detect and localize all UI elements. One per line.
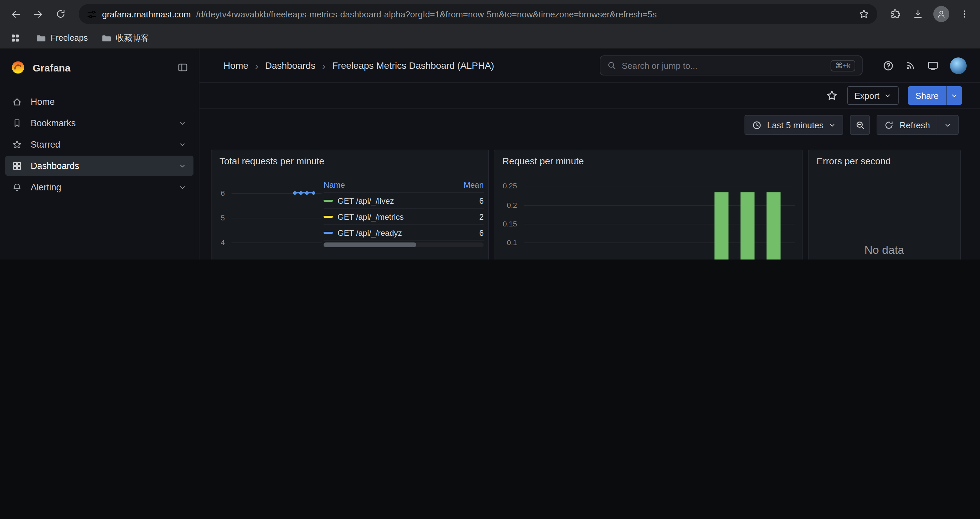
y-tick-label: 0.2 (507, 201, 517, 209)
caret-down-icon[interactable] (944, 121, 951, 129)
breadcrumb-home[interactable]: Home (223, 60, 248, 71)
bar-chart: 0.250.20.150.10.050 17:37:0017:38:0017:3… (494, 150, 802, 260)
chevron-down-icon (178, 161, 187, 170)
y-tick-label: 0.05 (503, 257, 517, 260)
browser-menu-button[interactable] (955, 4, 975, 24)
breadcrumb-separator: › (255, 60, 259, 71)
legend-row[interactable]: GET /api/_/metrics2 (323, 209, 484, 225)
grafana-main: Home › Dashboards › Freeleaps Metrics Da… (199, 49, 980, 260)
y-tick-label: 0.15 (503, 220, 517, 228)
search-icon (607, 61, 616, 70)
legend-scrollbar[interactable] (323, 243, 484, 247)
legend-header: NameMean (323, 177, 484, 193)
url-path: /d/deytv4rwavabkb/freeleaps-metrics-dash… (196, 9, 853, 19)
bookmark-star-icon[interactable] (859, 9, 869, 19)
browser-profile-button[interactable] (933, 6, 949, 22)
series-color-dash (323, 232, 333, 234)
bookmark-folder-freeleaps[interactable]: Freeleaps (36, 33, 88, 43)
breadcrumb-current: Freeleaps Metrics Dashboard (ALPHA) (332, 60, 494, 71)
search-shortcut-kbd: ⌘+k (830, 60, 855, 71)
zoom-out-button[interactable] (850, 115, 870, 135)
panel-title[interactable]: Errors per second (816, 156, 891, 166)
divider (937, 115, 937, 134)
reload-button[interactable] (51, 4, 71, 24)
extensions-button[interactable] (885, 4, 905, 24)
grafana-header: Home › Dashboards › Freeleaps Metrics Da… (199, 49, 980, 83)
bookmark-icon (12, 118, 22, 128)
apps-grid-button[interactable] (8, 31, 23, 45)
plot-area (231, 182, 321, 260)
bell-icon (12, 182, 22, 192)
y-axis: 0.250.20.150.10.050 (497, 185, 521, 260)
header-icons (883, 49, 967, 82)
monitor-icon[interactable] (927, 60, 939, 71)
gridline (524, 186, 795, 186)
screen: grafana.mathmast.com/d/deytv4rwavabkb/fr… (0, 0, 980, 260)
no-data-message: No data (808, 244, 960, 257)
legend-table[interactable]: NameMeanGET /api/_/livez6GET /api/_/metr… (323, 177, 484, 241)
back-button[interactable] (5, 4, 25, 24)
sidebar-item-label: Alerting (31, 182, 61, 192)
folder-icon (101, 33, 111, 43)
share-label: Share (908, 86, 946, 105)
sidebar-item-bookmarks[interactable]: Bookmarks (5, 113, 194, 133)
grafana-logo (11, 60, 25, 75)
time-range-picker[interactable]: Last 5 minutes (745, 115, 843, 135)
bookmark-folder-blogs[interactable]: 收藏博客 (101, 32, 149, 44)
rss-icon[interactable] (905, 60, 916, 71)
search-input[interactable]: Search or jump to... ⌘+k (600, 56, 862, 75)
sidebar-item-starred[interactable]: Starred (5, 134, 194, 154)
caret-down-icon (884, 92, 892, 99)
caret-down-icon (829, 121, 836, 129)
home-icon (12, 96, 22, 107)
sidebar-collapse-button[interactable] (177, 62, 188, 73)
legend-row[interactable]: GET /api/_/livez6 (323, 193, 484, 209)
sidebar-item-label: Bookmarks (31, 118, 76, 128)
share-caret-button[interactable] (947, 86, 962, 105)
series-color-dash (323, 216, 333, 218)
caret-down-icon (951, 92, 958, 99)
site-settings-icon[interactable] (87, 9, 97, 19)
time-range-label: Last 5 minutes (767, 120, 824, 130)
person-icon (937, 10, 946, 19)
data-point (299, 191, 302, 194)
sidebar-item-dashboards[interactable]: Dashboards (5, 156, 194, 176)
y-tick-label: 6 (221, 189, 225, 197)
downloads-button[interactable] (908, 4, 928, 24)
bar (767, 192, 781, 260)
sidebar-item-alerting[interactable]: Alerting (5, 177, 194, 197)
panel-total-requests: Total requests per minute 65432 17:40 Na… (211, 150, 489, 260)
sidebar-item-home[interactable]: Home (5, 91, 194, 112)
breadcrumb-dashboards[interactable]: Dashboards (265, 60, 315, 71)
refresh-button[interactable]: Refresh (877, 115, 959, 135)
favorite-star-icon[interactable] (826, 89, 838, 102)
y-axis: 65432 (212, 182, 229, 260)
sidebar-nav: Home Bookmarks Starred Dashboards (0, 86, 199, 197)
time-controls: Last 5 minutes Refresh (199, 109, 980, 138)
legend-row[interactable]: GET /api/_/readyz6 (323, 225, 484, 241)
chevron-down-icon (178, 183, 187, 192)
forward-button[interactable] (28, 4, 48, 24)
y-tick-label: 0.1 (507, 239, 517, 247)
refresh-label: Refresh (900, 120, 930, 130)
brand-row: Grafana (0, 49, 199, 86)
user-avatar[interactable] (950, 57, 967, 74)
panel-errors-per-second: Errors per second No data (808, 150, 961, 260)
dashboard-actions: Export Share (199, 83, 980, 109)
help-icon[interactable] (883, 60, 894, 71)
refresh-icon (884, 120, 894, 130)
export-button[interactable]: Export (847, 86, 899, 105)
sidebar-item-label: Starred (31, 139, 60, 149)
puzzle-icon (890, 9, 900, 19)
share-button[interactable]: Share (908, 86, 962, 105)
url-bar[interactable]: grafana.mathmast.com/d/deytv4rwavabkb/fr… (79, 4, 877, 24)
forward-arrow-icon (32, 8, 44, 20)
breadcrumb-separator: › (322, 60, 326, 71)
folder-icon (36, 33, 46, 43)
bookmarks-bar: Freeleaps 收藏博客 (0, 28, 980, 49)
y-tick-label: 4 (221, 238, 225, 246)
data-point (305, 191, 309, 194)
export-label: Export (854, 91, 879, 101)
scrollbar-thumb[interactable] (323, 243, 416, 247)
y-tick-label: 5 (221, 213, 225, 222)
